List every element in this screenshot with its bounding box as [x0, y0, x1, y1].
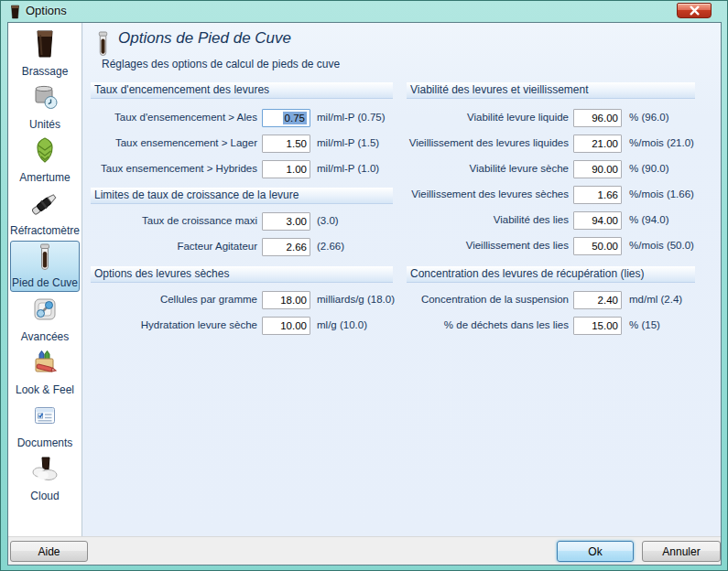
main-panel: Options de Pied de Cuve Réglages des opt…	[83, 23, 721, 536]
close-button[interactable]	[677, 3, 712, 18]
field-suffix: mil/ml-P (1.0)	[317, 163, 379, 174]
field-suffix: (3.0)	[317, 215, 339, 226]
sidebar-item-unites[interactable]: Unités	[10, 81, 80, 133]
sidebar-item-label: Pied de Cuve	[5, 276, 84, 289]
field-label: Taux ensemencement > Hybrides	[101, 163, 257, 174]
field-label: Facteur Agitateur	[177, 241, 257, 252]
lager-pitch-rate-input[interactable]: 1.50	[262, 135, 310, 153]
field-suffix: milliards/g (18.0)	[317, 294, 395, 305]
sidebar-item-label: Look & Feel	[5, 383, 85, 396]
field-label: Taux d'ensemencement > Ales	[114, 112, 257, 123]
section-title: Taux d'encemencement des levures	[91, 82, 393, 99]
field-suffix: mil/ml-P (1.5)	[317, 137, 379, 148]
lees-viability-input[interactable]: 94.00	[573, 211, 622, 230]
advanced-switch-icon	[10, 294, 80, 325]
ok-button[interactable]: Ok	[557, 541, 634, 562]
section-harvest-concentration: Concentration des levures de récupératio…	[407, 266, 695, 336]
lees-aging-input[interactable]: 50.00	[573, 237, 622, 255]
page-subtitle: Réglages des options de calcul de pieds …	[102, 58, 340, 70]
field-suffix: % (90.0)	[629, 163, 668, 174]
section-title: Viabilité des levures et vieillissement	[407, 82, 695, 99]
field-label: Vieillissement des lies	[466, 240, 569, 251]
liquid-yeast-aging-input[interactable]: 21.00	[573, 135, 622, 153]
lees-waste-percent-input[interactable]: 15.00	[573, 317, 622, 335]
cells-per-gram-input[interactable]: 18.00	[262, 291, 310, 309]
sidebar-item-cloud[interactable]: Cloud	[10, 453, 80, 504]
cancel-button[interactable]: Annuler	[642, 541, 721, 562]
sidebar-item-look-feel[interactable]: Look & Feel	[10, 347, 80, 398]
sidebar: Brassage Unités Amertume Réfractomètre	[8, 23, 82, 536]
beer-glass-icon	[9, 5, 21, 19]
field-suffix: mil/ml-P (0.75)	[317, 112, 386, 123]
options-dialog: Options Brassage Unités	[0, 0, 728, 571]
field-label: Vieillissement des levures sèches	[411, 189, 569, 199]
section-title: Options des levures sèches	[91, 266, 393, 283]
sidebar-item-pied-de-cuve[interactable]: Pied de Cuve	[10, 241, 80, 292]
sidebar-item-label: Avancées	[5, 330, 85, 343]
titlebar[interactable]: Options	[1, 1, 727, 22]
field-label: Viabilité levure sèche	[470, 163, 569, 174]
sidebar-item-avancees[interactable]: Avancées	[10, 294, 80, 345]
close-x-icon	[690, 5, 700, 16]
section-pitch-rates: Taux d'encemencement des levures Taux d'…	[91, 82, 393, 179]
field-suffix: %/mois (1.66)	[629, 189, 694, 199]
units-pot-clock-icon	[10, 81, 80, 113]
sidebar-item-brassage[interactable]: Brassage	[10, 28, 80, 80]
refractometer-icon	[10, 188, 80, 219]
field-suffix: % (96.0)	[629, 112, 668, 123]
test-tube-icon	[11, 242, 79, 273]
field-label: Hydratation levure sèche	[141, 319, 257, 330]
section-title: Concentration des levures de récupératio…	[407, 266, 695, 283]
window-title: Options	[26, 4, 67, 17]
crayons-icon	[10, 347, 80, 378]
cloud-beer-icon	[10, 453, 80, 484]
sidebar-item-label: Brassage	[5, 65, 85, 78]
hybrid-pitch-rate-input[interactable]: 1.00	[262, 160, 310, 178]
field-suffix: ml/g (10.0)	[317, 319, 367, 330]
footer-bar: Aide Ok Annuler	[8, 536, 721, 565]
sidebar-item-amertume[interactable]: Amertume	[10, 135, 80, 186]
field-suffix: %/mois (21.0)	[629, 137, 694, 148]
field-suffix: (2.66)	[317, 241, 344, 252]
field-label: Viabilité des lies	[494, 214, 569, 225]
field-suffix: md/ml (2.4)	[629, 294, 682, 305]
field-suffix: % (94.0)	[629, 214, 668, 225]
field-label: Cellules par gramme	[160, 294, 257, 305]
section-dry-yeast: Options des levures sèches Cellules par …	[91, 266, 393, 336]
document-check-icon	[10, 400, 80, 431]
help-button[interactable]: Aide	[10, 541, 88, 562]
test-tube-icon	[97, 31, 109, 57]
field-label: % de déchets dans les lies	[444, 319, 569, 330]
sidebar-item-label: Amertume	[5, 171, 85, 184]
field-label: Viabilité levure liquide	[467, 112, 569, 123]
liquid-yeast-viability-input[interactable]: 96.00	[573, 109, 622, 127]
sidebar-item-documents[interactable]: Documents	[10, 400, 80, 451]
sidebar-item-label: Cloud	[5, 490, 85, 502]
field-suffix: %/mois (50.0)	[629, 240, 694, 251]
sidebar-item-label: Documents	[5, 436, 85, 449]
field-suffix: % (15)	[629, 319, 660, 330]
section-viability-aging: Viabilité des levures et vieillissement …	[407, 82, 695, 256]
dialog-content: Brassage Unités Amertume Réfractomètre	[7, 22, 722, 566]
ales-pitch-rate-input[interactable]: 0.75	[262, 109, 310, 127]
max-growth-rate-input[interactable]: 3.00	[262, 212, 310, 231]
suspension-concentration-input[interactable]: 2.40	[573, 291, 622, 309]
section-title: Limites de taux de croissance de la levu…	[91, 188, 393, 204]
field-label: Taux de croissance maxi	[142, 215, 257, 226]
dry-yeast-hydration-input[interactable]: 10.00	[262, 317, 310, 335]
stir-factor-input[interactable]: 2.66	[262, 238, 310, 256]
sidebar-item-refractometre[interactable]: Réfractomètre	[10, 188, 80, 239]
section-growth-limits: Limites de taux de croissance de la levu…	[91, 188, 393, 257]
sidebar-item-label: Unités	[5, 118, 85, 131]
field-label: Vieillissement des levures liquides	[409, 137, 569, 148]
beer-pint-icon	[10, 28, 80, 59]
hop-cone-icon	[10, 135, 80, 166]
sidebar-item-label: Réfractomètre	[5, 224, 85, 237]
field-label: Taux ensemencement > Lager	[115, 137, 257, 148]
dry-yeast-viability-input[interactable]: 90.00	[573, 160, 622, 178]
dry-yeast-aging-input[interactable]: 1.66	[573, 186, 622, 204]
field-label: Concentration de la suspension	[421, 294, 569, 305]
page-title: Options de Pied de Cuve	[118, 29, 291, 48]
